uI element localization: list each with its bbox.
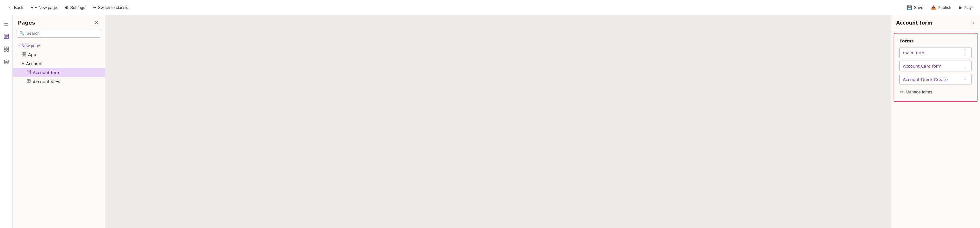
topbar: ← Back + + New page ⚙ Settings ↪ Switch … — [0, 0, 980, 15]
right-panel-title: Account form — [896, 20, 932, 26]
play-button[interactable]: ▶ Play — [956, 4, 975, 11]
back-button[interactable]: ← Back — [5, 4, 27, 11]
form-item-main-form-more-button[interactable]: ⋮ — [962, 50, 968, 55]
pages-panel: Pages ✕ 🔍 + New page App — [13, 15, 105, 228]
settings-button[interactable]: ⚙ Settings — [62, 4, 88, 11]
hamburger-icon[interactable]: ☰ — [1, 18, 12, 29]
chevron-down-icon: ∨ — [22, 62, 24, 66]
save-label: Save — [914, 5, 923, 10]
pages-panel-title: Pages — [18, 20, 35, 26]
svg-rect-11 — [22, 54, 24, 56]
app-icon — [22, 52, 26, 57]
svg-rect-10 — [24, 52, 26, 54]
play-label: Play — [964, 5, 972, 10]
topbar-right: 💾 Save 📤 Publish ▶ Play — [904, 4, 975, 11]
plus-icon: + — [31, 5, 33, 10]
back-label: Back — [14, 5, 23, 10]
tree-item-account[interactable]: ∨ Account — [13, 59, 105, 68]
expand-button[interactable]: › — [972, 20, 975, 26]
form-item-main-form[interactable]: main form ⋮ — [899, 47, 972, 58]
pages-icon[interactable] — [1, 30, 12, 42]
settings-icon: ⚙ — [65, 5, 68, 10]
tree-item-account-form[interactable]: Account form — [13, 68, 105, 77]
manage-forms-button[interactable]: ✏ Manage forms — [899, 88, 933, 96]
svg-rect-17 — [27, 80, 30, 83]
topbar-left: ← Back + + New page ⚙ Settings ↪ Switch … — [5, 4, 901, 11]
switch-label: Switch to classic — [98, 5, 128, 10]
search-input[interactable] — [27, 31, 98, 36]
svg-rect-7 — [7, 49, 9, 51]
search-box: 🔍 — [17, 29, 101, 38]
data-icon[interactable] — [1, 56, 12, 68]
right-panel-body: Forms main form ⋮ Account Card form ⋮ Ac… — [894, 33, 977, 102]
back-icon: ← — [8, 5, 13, 10]
search-icon: 🔍 — [19, 31, 25, 36]
tree-item-account-label: Account — [26, 61, 43, 66]
publish-label: Publish — [938, 5, 951, 10]
save-button[interactable]: 💾 Save — [904, 4, 926, 11]
tree-item-account-form-label: Account form — [33, 70, 60, 75]
publish-icon: 📤 — [931, 5, 936, 10]
switch-icon: ↪ — [93, 5, 96, 10]
form-item-main-form-label: main form — [903, 50, 924, 55]
pages-tree: App ∨ Account Account form — [13, 50, 105, 228]
layout-icon[interactable] — [1, 43, 12, 55]
new-page-sidebar-button[interactable]: + New page — [13, 41, 105, 50]
tree-item-app[interactable]: App — [13, 50, 105, 59]
forms-label: Forms — [899, 38, 972, 43]
publish-button[interactable]: 📤 Publish — [928, 4, 955, 11]
form-item-account-quick-create[interactable]: Account Quick Create ⋮ — [899, 74, 972, 85]
svg-rect-4 — [4, 47, 6, 49]
pencil-icon: ✏ — [900, 89, 904, 94]
svg-rect-12 — [24, 54, 26, 56]
tree-item-account-view[interactable]: Account view — [13, 77, 105, 86]
tree-item-account-view-label: Account view — [33, 80, 60, 84]
right-panel-header: Account form › — [891, 15, 980, 30]
grid-icon — [27, 79, 31, 84]
settings-label: Settings — [70, 5, 85, 10]
svg-point-8 — [5, 60, 8, 62]
form-item-account-quick-create-label: Account Quick Create — [903, 77, 948, 82]
new-page-sidebar-label: + New page — [18, 43, 40, 48]
main-area: ☰ Pages — [0, 15, 980, 228]
svg-rect-6 — [4, 49, 6, 51]
switch-to-classic-button[interactable]: ↪ Switch to classic — [89, 4, 131, 11]
tree-item-app-label: App — [28, 52, 36, 57]
pages-panel-close-button[interactable]: ✕ — [93, 19, 100, 27]
svg-rect-9 — [22, 52, 24, 54]
right-panel: Account form › Forms main form ⋮ Account… — [891, 15, 980, 228]
form-item-account-quick-create-more-button[interactable]: ⋮ — [962, 77, 968, 82]
form-item-account-card-form-more-button[interactable]: ⋮ — [962, 64, 968, 69]
new-page-button[interactable]: + + New page — [28, 4, 60, 11]
manage-forms-label: Manage forms — [906, 89, 932, 94]
svg-rect-5 — [7, 47, 9, 49]
icon-strip: ☰ — [0, 15, 13, 228]
play-icon: ▶ — [959, 5, 962, 10]
canvas — [105, 15, 891, 228]
save-icon: 💾 — [907, 5, 912, 10]
form-item-account-card-form-label: Account Card form — [903, 64, 942, 69]
form-item-account-card-form[interactable]: Account Card form ⋮ — [899, 61, 972, 72]
new-page-label: + New page — [35, 5, 57, 10]
pages-header: Pages ✕ — [13, 15, 105, 29]
form-icon — [27, 70, 31, 75]
